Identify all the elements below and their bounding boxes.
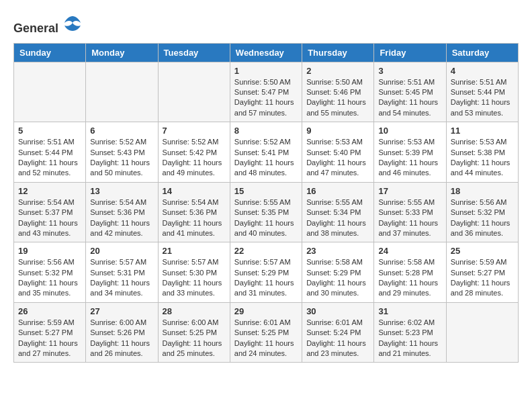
calendar-cell: 8Sunrise: 5:52 AM Sunset: 5:41 PM Daylig…: [230, 122, 302, 183]
day-info: Sunrise: 5:53 AM Sunset: 5:38 PM Dayligh…: [451, 137, 514, 179]
day-info: Sunrise: 5:54 AM Sunset: 5:37 PM Dayligh…: [18, 197, 81, 239]
day-number: 7: [163, 126, 226, 136]
day-info: Sunrise: 5:53 AM Sunset: 5:39 PM Dayligh…: [378, 137, 441, 179]
day-number: 11: [451, 126, 514, 136]
day-number: 5: [18, 126, 81, 136]
logo: General: [13, 13, 82, 36]
day-info: Sunrise: 5:58 AM Sunset: 5:28 PM Dayligh…: [378, 257, 441, 299]
day-number: 19: [18, 246, 81, 256]
day-info: Sunrise: 5:52 AM Sunset: 5:42 PM Dayligh…: [163, 137, 226, 179]
calendar-cell: 26Sunrise: 5:59 AM Sunset: 5:27 PM Dayli…: [14, 302, 86, 363]
day-info: Sunrise: 5:56 AM Sunset: 5:32 PM Dayligh…: [451, 197, 514, 239]
day-info: Sunrise: 6:01 AM Sunset: 5:24 PM Dayligh…: [306, 318, 369, 359]
day-number: 12: [18, 186, 81, 196]
day-number: 17: [378, 186, 441, 196]
day-info: Sunrise: 5:58 AM Sunset: 5:29 PM Dayligh…: [306, 257, 369, 299]
day-info: Sunrise: 6:02 AM Sunset: 5:23 PM Dayligh…: [378, 318, 441, 359]
calendar-cell: 11Sunrise: 5:53 AM Sunset: 5:38 PM Dayli…: [446, 122, 518, 183]
calendar-cell: 14Sunrise: 5:54 AM Sunset: 5:36 PM Dayli…: [158, 182, 230, 242]
day-number: 28: [163, 306, 226, 316]
calendar-cell: 16Sunrise: 5:55 AM Sunset: 5:34 PM Dayli…: [302, 182, 374, 242]
calendar-cell: 24Sunrise: 5:58 AM Sunset: 5:28 PM Dayli…: [374, 242, 446, 303]
calendar-cell: 7Sunrise: 5:52 AM Sunset: 5:42 PM Daylig…: [158, 122, 230, 183]
calendar-cell: 27Sunrise: 6:00 AM Sunset: 5:26 PM Dayli…: [86, 302, 158, 363]
calendar-cell: 10Sunrise: 5:53 AM Sunset: 5:39 PM Dayli…: [374, 122, 446, 183]
day-number: 15: [234, 186, 298, 196]
calendar-cell: 6Sunrise: 5:52 AM Sunset: 5:43 PM Daylig…: [86, 122, 158, 183]
calendar-cell: 20Sunrise: 5:57 AM Sunset: 5:31 PM Dayli…: [86, 242, 158, 303]
calendar-cell: 19Sunrise: 5:56 AM Sunset: 5:32 PM Dayli…: [14, 242, 86, 303]
weekday-header: Tuesday: [158, 43, 230, 62]
calendar-cell: [14, 62, 86, 122]
day-number: 2: [306, 66, 369, 76]
calendar-cell: 21Sunrise: 5:57 AM Sunset: 5:30 PM Dayli…: [158, 242, 230, 303]
day-info: Sunrise: 5:57 AM Sunset: 5:29 PM Dayligh…: [234, 257, 298, 299]
weekday-header: Friday: [374, 43, 446, 62]
day-info: Sunrise: 5:52 AM Sunset: 5:41 PM Dayligh…: [234, 137, 298, 179]
day-number: 1: [234, 66, 298, 76]
day-info: Sunrise: 6:00 AM Sunset: 5:25 PM Dayligh…: [163, 318, 226, 359]
calendar-cell: 30Sunrise: 6:01 AM Sunset: 5:24 PM Dayli…: [302, 302, 374, 363]
day-info: Sunrise: 5:54 AM Sunset: 5:36 PM Dayligh…: [90, 197, 153, 239]
day-info: Sunrise: 5:55 AM Sunset: 5:34 PM Dayligh…: [306, 197, 369, 239]
calendar-cell: 5Sunrise: 5:51 AM Sunset: 5:44 PM Daylig…: [14, 122, 86, 183]
calendar-cell: 25Sunrise: 5:59 AM Sunset: 5:27 PM Dayli…: [446, 242, 518, 303]
calendar-cell: 4Sunrise: 5:51 AM Sunset: 5:44 PM Daylig…: [446, 62, 518, 122]
day-number: 22: [234, 246, 298, 256]
calendar-cell: 2Sunrise: 5:50 AM Sunset: 5:46 PM Daylig…: [302, 62, 374, 122]
day-number: 26: [18, 306, 81, 316]
weekday-header: Saturday: [446, 43, 518, 62]
day-number: 27: [90, 306, 153, 316]
day-info: Sunrise: 5:50 AM Sunset: 5:46 PM Dayligh…: [306, 77, 369, 119]
calendar-cell: 13Sunrise: 5:54 AM Sunset: 5:36 PM Dayli…: [86, 182, 158, 242]
weekday-header: Monday: [86, 43, 158, 62]
day-info: Sunrise: 5:57 AM Sunset: 5:31 PM Dayligh…: [90, 257, 153, 299]
day-info: Sunrise: 5:50 AM Sunset: 5:47 PM Dayligh…: [234, 77, 298, 119]
weekday-header: Sunday: [14, 43, 86, 62]
day-number: 23: [306, 246, 369, 256]
day-info: Sunrise: 5:59 AM Sunset: 5:27 PM Dayligh…: [18, 318, 81, 359]
day-number: 24: [378, 246, 441, 256]
weekday-header: Thursday: [302, 43, 374, 62]
day-number: 14: [163, 186, 226, 196]
calendar-cell: 12Sunrise: 5:54 AM Sunset: 5:37 PM Dayli…: [14, 182, 86, 242]
day-info: Sunrise: 5:51 AM Sunset: 5:44 PM Dayligh…: [451, 77, 514, 119]
day-number: 13: [90, 186, 153, 196]
logo-general: General: [13, 21, 58, 35]
calendar-cell: 29Sunrise: 6:01 AM Sunset: 5:25 PM Dayli…: [230, 302, 302, 363]
day-number: 6: [90, 126, 153, 136]
day-number: 16: [306, 186, 369, 196]
day-info: Sunrise: 5:59 AM Sunset: 5:27 PM Dayligh…: [451, 257, 514, 299]
weekday-header: Wednesday: [230, 43, 302, 62]
calendar-cell: 1Sunrise: 5:50 AM Sunset: 5:47 PM Daylig…: [230, 62, 302, 122]
day-info: Sunrise: 5:51 AM Sunset: 5:44 PM Dayligh…: [18, 137, 81, 179]
day-info: Sunrise: 5:55 AM Sunset: 5:33 PM Dayligh…: [378, 197, 441, 239]
day-number: 9: [306, 126, 369, 136]
day-number: 21: [163, 246, 226, 256]
day-number: 29: [234, 306, 298, 316]
calendar-cell: 28Sunrise: 6:00 AM Sunset: 5:25 PM Dayli…: [158, 302, 230, 363]
calendar-cell: 9Sunrise: 5:53 AM Sunset: 5:40 PM Daylig…: [302, 122, 374, 183]
calendar-cell: 3Sunrise: 5:51 AM Sunset: 5:45 PM Daylig…: [374, 62, 446, 122]
day-info: Sunrise: 6:01 AM Sunset: 5:25 PM Dayligh…: [234, 318, 298, 359]
day-info: Sunrise: 5:54 AM Sunset: 5:36 PM Dayligh…: [163, 197, 226, 239]
day-info: Sunrise: 5:56 AM Sunset: 5:32 PM Dayligh…: [18, 257, 81, 299]
day-number: 18: [451, 186, 514, 196]
day-info: Sunrise: 5:52 AM Sunset: 5:43 PM Dayligh…: [90, 137, 153, 179]
day-number: 8: [234, 126, 298, 136]
calendar-cell: 31Sunrise: 6:02 AM Sunset: 5:23 PM Dayli…: [374, 302, 446, 363]
day-number: 4: [451, 66, 514, 76]
calendar-cell: [86, 62, 158, 122]
day-info: Sunrise: 6:00 AM Sunset: 5:26 PM Dayligh…: [90, 318, 153, 359]
day-info: Sunrise: 5:55 AM Sunset: 5:35 PM Dayligh…: [234, 197, 298, 239]
calendar-cell: [446, 302, 518, 363]
calendar-cell: [158, 62, 230, 122]
day-info: Sunrise: 5:57 AM Sunset: 5:30 PM Dayligh…: [163, 257, 226, 299]
day-number: 31: [378, 306, 441, 316]
day-number: 20: [90, 246, 153, 256]
logo-bird-icon: [63, 13, 82, 32]
page-header: General: [13, 13, 519, 36]
day-number: 3: [378, 66, 441, 76]
day-info: Sunrise: 5:53 AM Sunset: 5:40 PM Dayligh…: [306, 137, 369, 179]
day-number: 10: [378, 126, 441, 136]
